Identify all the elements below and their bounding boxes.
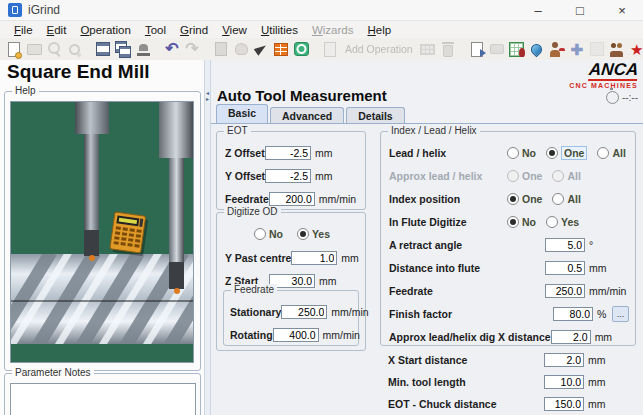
splitter-collapse-icon[interactable]: ◂▸ xyxy=(205,90,210,102)
stopwatch-icon xyxy=(606,91,619,104)
redo-icon xyxy=(182,40,202,59)
menu-tool[interactable]: Tool xyxy=(138,24,173,36)
menu-edit[interactable]: Edit xyxy=(40,24,74,36)
menu-file[interactable]: File xyxy=(7,24,40,36)
connect-icon xyxy=(487,40,507,59)
radio-icon[interactable] xyxy=(254,228,266,240)
field-row-eot-feedrate: Feedrate mm/min xyxy=(225,191,359,206)
radio-icon[interactable] xyxy=(507,193,519,205)
radio-icon xyxy=(507,170,519,182)
users-icon[interactable] xyxy=(607,40,627,59)
menu-bar: FileEditOperationToolGrindViewUtilitiesW… xyxy=(0,21,643,38)
retract-angle-input[interactable] xyxy=(545,238,585,252)
stationary-feedrate-input[interactable] xyxy=(281,305,327,319)
export-page-icon[interactable] xyxy=(467,40,487,59)
left-panel: Square End Mill Help xyxy=(0,60,204,415)
measurement-panel: ANCA CNC MACHINES Auto Tool Measurement … xyxy=(211,60,643,415)
y-offset-input[interactable] xyxy=(265,169,311,183)
eot-chuck-distance-input[interactable] xyxy=(544,397,584,411)
index-lead-helix-title: Index / Lead / Helix xyxy=(388,125,480,137)
bottom-fields: X Start distance mm Min. tool length mm … xyxy=(380,352,634,415)
x-start-distance-input[interactable] xyxy=(544,353,584,367)
index-feedrate-input[interactable] xyxy=(545,284,585,298)
radio-icon[interactable] xyxy=(507,216,519,228)
menu-wizards: Wizards xyxy=(305,24,361,36)
menu-view[interactable]: View xyxy=(215,24,254,36)
lead-helix-one-option[interactable]: One xyxy=(546,146,587,160)
favorite-icon[interactable] xyxy=(627,40,643,59)
tab-details[interactable]: Details xyxy=(346,107,404,124)
z-offset-input[interactable] xyxy=(265,146,311,160)
field-row-x-start-distance: X Start distance mm xyxy=(388,352,628,367)
user-transfer-icon[interactable] xyxy=(547,40,567,59)
menu-help[interactable]: Help xyxy=(361,24,399,36)
coolant-icon[interactable] xyxy=(527,40,547,59)
in-flute-digitize-yes-option[interactable]: Yes xyxy=(546,216,579,228)
radio-icon[interactable] xyxy=(297,228,309,240)
tool-3d-preview xyxy=(10,101,194,363)
digitize-od-yes-option[interactable]: Yes xyxy=(297,228,330,240)
panel-splitter[interactable]: ◂▸ xyxy=(204,60,211,415)
tool-3d-illustration xyxy=(11,102,193,362)
search-icon xyxy=(44,40,64,59)
menu-operation[interactable]: Operation xyxy=(73,24,138,36)
menu-grind[interactable]: Grind xyxy=(173,24,215,36)
view-3d-icon[interactable] xyxy=(291,40,311,59)
min-tool-length-input[interactable] xyxy=(544,375,584,389)
radio-icon[interactable] xyxy=(546,216,558,228)
digitize-od-no-option[interactable]: No xyxy=(254,228,283,240)
add-user-icon[interactable] xyxy=(567,40,587,59)
finish-factor-input[interactable] xyxy=(553,307,593,321)
title-bar: iGrind – □ × xyxy=(0,0,643,21)
field-row-stationary: Stationary mm/min xyxy=(230,304,354,319)
radio-icon[interactable] xyxy=(546,147,558,159)
index-position-one-option[interactable]: One xyxy=(507,193,542,205)
field-row-distance-into-flute: Distance into flute mm xyxy=(389,260,629,275)
field-row-finish-factor: Finish factor % ... xyxy=(389,306,629,321)
basic-tab-panel: EOT Z Offset mm Y Offset mm Feedrate mm/… xyxy=(211,123,643,415)
parameter-notes-input[interactable] xyxy=(10,383,196,415)
radio-icon[interactable] xyxy=(552,193,564,205)
minimize-button[interactable]: – xyxy=(517,0,559,20)
index-position-all-option[interactable]: All xyxy=(552,193,580,205)
distance-into-flute-input[interactable] xyxy=(545,261,585,275)
undo-icon[interactable] xyxy=(162,40,182,59)
help-group: Help xyxy=(4,91,201,371)
timer-value: --:-- xyxy=(622,92,638,103)
eot-group: EOT Z Offset mm Y Offset mm Feedrate mm/… xyxy=(216,131,366,210)
menu-utilities[interactable]: Utilities xyxy=(254,24,305,36)
maximize-button[interactable]: □ xyxy=(559,0,601,20)
save-all-icon[interactable] xyxy=(113,40,133,59)
field-row-approx-dig-x-distance: Approx lead/helix dig X distance mm xyxy=(389,329,629,344)
eot-feedrate-input[interactable] xyxy=(269,192,315,206)
parameter-notes-title: Parameter Notes xyxy=(12,367,94,379)
toolbar: Add Operation xyxy=(0,38,643,61)
approx-dig-x-distance-input[interactable] xyxy=(551,330,591,344)
radio-icon xyxy=(552,170,564,182)
radio-row-index-position: Index position One All xyxy=(389,191,629,206)
new-document-icon[interactable] xyxy=(4,40,24,59)
chisel-icon[interactable] xyxy=(251,40,271,59)
tab-advanced[interactable]: Advanced xyxy=(270,107,344,124)
page-title: Square End Mill xyxy=(7,61,150,83)
radio-row-in-flute-digitize: In Flute Digitize No Yes xyxy=(389,214,629,229)
close-button[interactable]: × xyxy=(601,0,643,20)
paste-icon xyxy=(211,40,231,59)
lead-helix-all-option[interactable]: All xyxy=(597,147,625,159)
lead-helix-no-option[interactable]: No xyxy=(507,147,536,159)
tab-strip: Basic Advanced Details xyxy=(216,106,407,123)
field-row-eot-chuck-distance: EOT - Chuck distance mm xyxy=(388,396,628,411)
radio-icon[interactable] xyxy=(597,147,609,159)
rotating-feedrate-input[interactable] xyxy=(273,328,319,342)
y-past-centre-input[interactable] xyxy=(291,251,337,265)
tool-table-icon[interactable] xyxy=(507,40,527,59)
in-flute-digitize-no-option[interactable]: No xyxy=(507,216,536,228)
finish-factor-more-button[interactable]: ... xyxy=(612,306,629,322)
save-icon[interactable] xyxy=(93,40,113,59)
stamp-icon[interactable] xyxy=(133,40,153,59)
panel-title: Auto Tool Measurement xyxy=(217,87,387,104)
blank-icon xyxy=(587,40,607,59)
tab-basic[interactable]: Basic xyxy=(216,104,268,123)
radio-icon[interactable] xyxy=(507,147,519,159)
wheel-editor-icon[interactable] xyxy=(271,40,291,59)
